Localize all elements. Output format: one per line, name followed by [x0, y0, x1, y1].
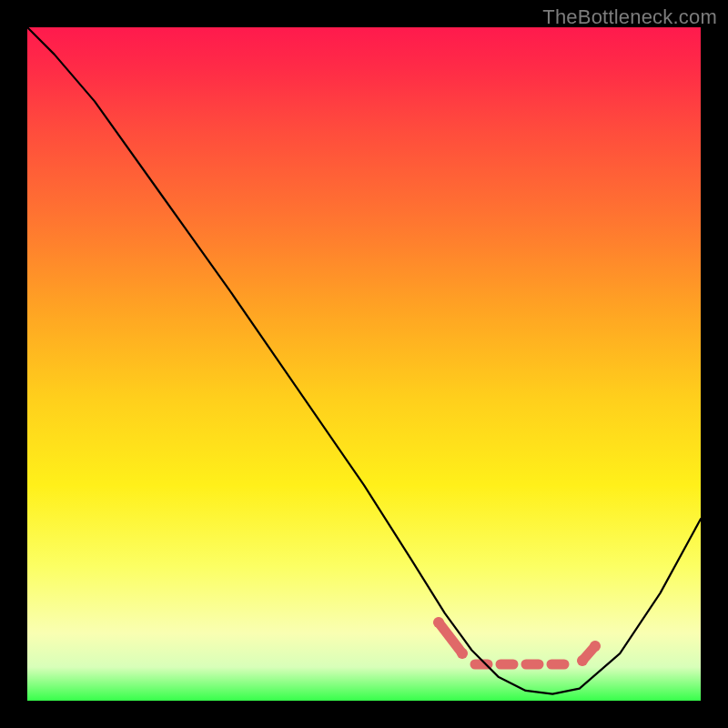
highlight-dot — [577, 655, 588, 666]
highlight-band — [433, 617, 601, 666]
highlight-dot — [590, 641, 601, 652]
plot-area — [27, 27, 701, 701]
chart-frame: TheBottleneck.com — [0, 0, 728, 728]
highlight-dot — [433, 617, 444, 628]
bottleneck-curve — [27, 27, 701, 694]
chart-svg — [27, 27, 701, 701]
highlight-left — [439, 622, 462, 653]
highlight-dot — [457, 648, 468, 659]
watermark-text: TheBottleneck.com — [542, 5, 717, 29]
